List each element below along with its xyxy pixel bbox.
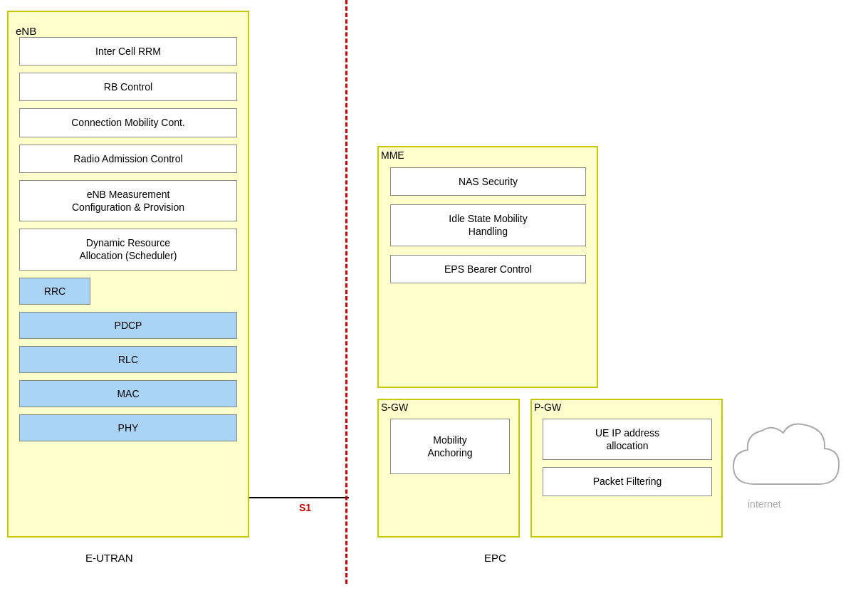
radio-admission-box: Radio Admission Control: [19, 145, 237, 173]
dashed-vertical-line: [345, 0, 347, 584]
connection-mobility-box: Connection Mobility Cont.: [19, 108, 237, 137]
eutran-label: E-UTRAN: [85, 552, 133, 564]
packet-filtering-box: Packet Filtering: [543, 467, 712, 496]
sgw-inner: MobilityAnchoring: [390, 419, 510, 474]
enb-box: eNB Inter Cell RRM RB Control Connection…: [7, 11, 249, 538]
mme-inner: NAS Security Idle State MobilityHandling…: [390, 167, 586, 283]
pgw-label: P-GW: [534, 402, 561, 413]
internet-label: internet: [748, 498, 781, 510]
pgw-inner: UE IP addressallocation Packet Filtering: [543, 419, 712, 496]
rrc-box: RRC: [19, 278, 90, 305]
mac-box: MAC: [19, 380, 237, 407]
epc-label: EPC: [484, 552, 506, 564]
mme-label: MME: [381, 150, 404, 161]
s1-label: S1: [299, 502, 311, 513]
dynamic-resource-box: Dynamic ResourceAllocation (Scheduler): [19, 229, 237, 270]
inter-cell-rrm-box: Inter Cell RRM: [19, 37, 237, 65]
rb-control-box: RB Control: [19, 73, 237, 101]
mobility-anchoring-box: MobilityAnchoring: [390, 419, 510, 474]
enb-inner: Inter Cell RRM RB Control Connection Mob…: [19, 37, 237, 441]
internet-cloud: [726, 413, 847, 505]
enb-measurement-box: eNB MeasurementConfiguration & Provision: [19, 180, 237, 221]
eps-bearer-box: EPS Bearer Control: [390, 255, 586, 283]
rlc-box: RLC: [19, 346, 237, 373]
diagram-container: eNB Inter Cell RRM RB Control Connection…: [0, 0, 868, 608]
pdcp-box: PDCP: [19, 312, 237, 339]
idle-state-box: Idle State MobilityHandling: [390, 204, 586, 246]
enb-label: eNB: [16, 25, 36, 37]
nas-security-box: NAS Security: [390, 167, 586, 196]
sgw-label: S-GW: [381, 402, 408, 413]
ue-ip-box: UE IP addressallocation: [543, 419, 712, 460]
phy-box: PHY: [19, 414, 237, 441]
s1-line: [249, 497, 349, 498]
